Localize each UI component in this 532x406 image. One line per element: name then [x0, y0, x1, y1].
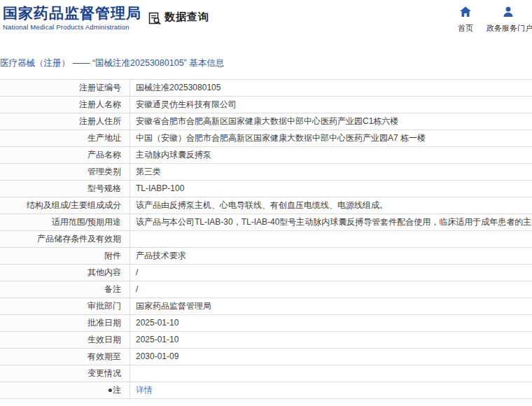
document-search-icon: [148, 11, 162, 24]
nav-home[interactable]: 首页: [451, 6, 479, 34]
row-value: 国械注准20253080105: [130, 80, 532, 96]
row-label: 变更情况: [0, 365, 130, 382]
row-value: 2025-01-10: [130, 315, 532, 331]
nav-data-query[interactable]: 数据查询: [148, 10, 209, 24]
row-label: ●注: [0, 382, 130, 398]
table-row: 附件产品技术要求: [0, 248, 532, 265]
home-icon: [459, 6, 472, 18]
row-value: 主动脉内球囊反搏泵: [130, 147, 532, 163]
details-link[interactable]: 详情: [136, 385, 153, 395]
row-value: /: [130, 281, 532, 298]
row-value: [130, 365, 532, 382]
row-value: 2030-01-09: [130, 349, 532, 365]
table-row: 注册人住所安徽省合肥市合肥高新区国家健康大数据中部中心医药产业园C1栋六楼: [0, 113, 532, 130]
logo-subtitle: National Medical Products Administration: [3, 23, 141, 31]
table-row: 适用范围/预期用途该产品与本公司TL-IAB-30，TL-IAB-40型号主动脉…: [0, 214, 532, 231]
logo-title: 国家药品监督管理局: [3, 5, 141, 22]
row-value: 该产品由反搏泵主机、心电导联线、有创血压电缆线、电源线组成。: [130, 197, 532, 214]
row-label: 审批部门: [0, 298, 130, 314]
table-row: 注册人名称安徽通灵仿生科技有限公司: [0, 97, 532, 113]
registration-info-table: 注册证编号国械注准20253080105注册人名称安徽通灵仿生科技有限公司注册人…: [0, 79, 532, 399]
row-value: 国家药品监督管理局: [130, 298, 532, 314]
row-label: 产品名称: [0, 147, 130, 163]
row-value: 中国（安徽）合肥市合肥高新区国家健康大数据中部中心医药产业园A7 栋一楼: [130, 130, 532, 146]
row-value: 第三类: [130, 164, 532, 180]
user-icon: [502, 6, 514, 18]
row-label: 结构及组成/主要组成成分: [0, 197, 130, 214]
row-label: 附件: [0, 248, 130, 264]
table-row: 变更情况: [0, 365, 532, 382]
row-value: 2025-01-10: [130, 332, 532, 348]
row-label: 生产地址: [0, 130, 130, 146]
row-value: /: [130, 265, 532, 281]
table-row: 批准日期2025-01-10: [0, 315, 532, 332]
table-row: 备注/: [0, 281, 532, 298]
table-row: 型号规格TL-IABP-100: [0, 181, 532, 197]
nmpa-logo: 国家药品监督管理局 National Medical Products Admi…: [3, 5, 141, 31]
row-value: [130, 231, 532, 247]
row-value: 产品技术要求: [130, 248, 532, 264]
row-label: 生效日期: [0, 332, 130, 348]
row-label: 有效期至: [0, 349, 130, 365]
breadcrumb: 医疗器械（注册） —— “国械注准20253080105” 基本信息: [0, 57, 532, 69]
table-row: 注册证编号国械注准20253080105: [0, 80, 532, 97]
row-label: 注册人名称: [0, 97, 130, 113]
header: 国家药品监督管理局 National Medical Products Admi…: [0, 0, 532, 41]
row-label: 注册人住所: [0, 113, 130, 130]
row-value: 该产品与本公司TL-IAB-30，TL-IAB-40型号主动脉内球囊反搏导管套件…: [130, 214, 532, 230]
row-label: 型号规格: [0, 181, 130, 197]
row-label: 备注: [0, 281, 130, 298]
table-row: 生效日期2025-01-10: [0, 332, 532, 349]
table-row: 产品储存条件及有效期: [0, 231, 532, 248]
table-row: 有效期至2030-01-09: [0, 349, 532, 365]
row-label: 适用范围/预期用途: [0, 214, 130, 230]
row-label: 批准日期: [0, 315, 130, 331]
row-label: 产品储存条件及有效期: [0, 231, 130, 247]
table-row: ●注详情: [0, 382, 532, 399]
row-value: 安徽通灵仿生科技有限公司: [130, 97, 532, 113]
table-row: 生产地址中国（安徽）合肥市合肥高新区国家健康大数据中部中心医药产业园A7 栋一楼: [0, 130, 532, 147]
table-row: 产品名称主动脉内球囊反搏泵: [0, 147, 532, 164]
table-row: 审批部门国家药品监督管理局: [0, 298, 532, 315]
home-label: 首页: [451, 23, 479, 34]
row-value: 详情: [130, 382, 532, 398]
portal-label: 政务服务门户: [486, 23, 530, 34]
table-row: 结构及组成/主要组成成分该产品由反搏泵主机、心电导联线、有创血压电缆线、电源线组…: [0, 197, 532, 214]
data-query-label: 数据查询: [164, 10, 209, 24]
nav-portal[interactable]: 政务服务门户: [486, 6, 530, 34]
table-row: 其他内容/: [0, 265, 532, 281]
row-label: 其他内容: [0, 265, 130, 281]
row-value: 安徽省合肥市合肥高新区国家健康大数据中部中心医药产业园C1栋六楼: [130, 113, 532, 130]
row-value: TL-IABP-100: [130, 181, 532, 197]
row-label: 注册证编号: [0, 80, 130, 96]
table-row: 管理类别第三类: [0, 164, 532, 181]
row-label: 管理类别: [0, 164, 130, 180]
